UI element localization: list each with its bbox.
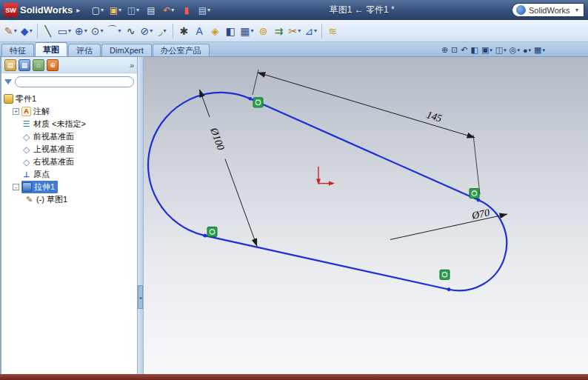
rapid-sketch-icon: ≋ [328, 25, 337, 37]
text-icon: A [196, 25, 203, 37]
sketch-icon: ✎ [24, 195, 34, 204]
text-button[interactable]: A [192, 22, 207, 40]
trim-entities-button[interactable]: ✂ [287, 22, 303, 40]
tree-item-right-plane[interactable]: ◇ 右视基准面 [4, 156, 137, 168]
convert-entities-icon: ⇉ [275, 25, 284, 37]
tree-item-origin[interactable]: ⊥ 原点 [4, 168, 137, 181]
ellipse-button[interactable]: ⊘ [139, 22, 155, 40]
relation-badge-top[interactable] [253, 98, 263, 107]
tab-label: 特征 [10, 45, 26, 56]
relation-badge-left[interactable] [207, 227, 217, 236]
tangent-arc-button[interactable]: ⌒ [106, 22, 123, 40]
expand-icon[interactable]: + [13, 108, 19, 115]
tree-root-part[interactable]: 零件1 [4, 93, 137, 105]
print-icon: ▤ [147, 5, 155, 16]
dim-line-d100-lower[interactable] [225, 159, 257, 247]
relation-badge-right[interactable] [470, 189, 479, 199]
tree-item-annotations[interactable]: + A 注解 [4, 105, 137, 118]
line-icon: ╲ [45, 25, 51, 37]
ext-line-145-right [473, 135, 480, 195]
dim-label-145[interactable]: 145 [425, 109, 443, 124]
rapid-sketch-button[interactable]: ≋ [325, 22, 340, 40]
dim-label-d100[interactable]: Ø100 [208, 125, 227, 151]
display-relations-button[interactable]: ⊿ [303, 22, 318, 40]
print-button[interactable]: ▤ [143, 3, 158, 18]
section-view-icon[interactable]: ◧ [471, 45, 478, 55]
sketch-point[interactable] [249, 97, 253, 101]
search-dropdown-icon[interactable]: ▾ [575, 7, 578, 13]
dim-label-d70[interactable]: Ø70 [470, 207, 491, 221]
view-settings-icon[interactable]: ▦ [534, 45, 545, 55]
offset-entities-button[interactable]: ⊚ [256, 22, 271, 40]
centerpoint-arc-button[interactable]: ⊙ [90, 22, 105, 40]
sketch-point[interactable] [203, 234, 207, 238]
sketch-point[interactable] [477, 199, 481, 202]
tab-office-products[interactable]: 办公室产品 [153, 44, 210, 56]
main-content: ▤ ▦ ⌂ ⊕ » 零件1 + A 注解 [0, 57, 588, 374]
previous-view-icon[interactable]: ↶ [461, 45, 467, 55]
new-document-button[interactable]: ▢ [90, 3, 105, 18]
save-button[interactable]: ◫ [125, 3, 141, 18]
sketch-fillet-button[interactable]: ◞ [155, 22, 170, 40]
linear-pattern-button[interactable]: ▦ [238, 22, 255, 40]
sketch-tool-button[interactable]: ✎ [3, 22, 19, 40]
plane-icon: ◇ [21, 157, 31, 167]
convert-entities-button[interactable]: ⇉ [272, 22, 287, 40]
tree-item-front-plane[interactable]: ◇ 前视基准面 [4, 130, 137, 143]
panel-expand-chevron-icon[interactable]: » [130, 61, 134, 70]
toolbar-separator [173, 24, 173, 39]
tab-dimxpert[interactable]: DimXpert [101, 44, 152, 56]
smart-dimension-button[interactable]: ◆ [19, 22, 34, 40]
line-button[interactable]: ╲ [41, 22, 56, 40]
app-logo-text: SolidWorks [20, 4, 73, 16]
sketch-canvas[interactable]: Ø100 145 Ø70 [144, 57, 588, 374]
open-button[interactable]: ▣ [107, 3, 123, 18]
tree-item-label: 上视基准面 [33, 144, 74, 155]
menu-expand-caret-icon[interactable]: ▸ [76, 6, 80, 14]
panel-splitter[interactable]: ◂ [138, 57, 144, 374]
filter-funnel-icon [4, 79, 12, 84]
search-box[interactable]: SolidWorks ▾ [512, 3, 584, 17]
options-button[interactable]: ▤ [196, 3, 212, 18]
mirror-entities-button[interactable]: ◧ [223, 22, 238, 40]
tab-evaluate[interactable]: 评估 [68, 44, 101, 56]
feature-manager-tab-icon[interactable]: ▤ [4, 59, 16, 71]
tree-item-sketch1[interactable]: ✎ (-) 草图1 [4, 193, 137, 206]
circle-button[interactable]: ⊕ [73, 22, 89, 40]
point-button[interactable]: ✱ [176, 22, 191, 40]
view-orientation-icon[interactable]: ▣ [481, 45, 492, 55]
undo-button[interactable]: ↶ [161, 3, 176, 18]
rebuild-icon: ▮ [184, 5, 190, 16]
hide-show-items-icon[interactable]: ◎ [510, 45, 520, 55]
tab-features[interactable]: 特征 [1, 44, 34, 56]
dim-line-d70[interactable] [390, 214, 507, 239]
panel-collapse-handle[interactable]: ◂ [138, 285, 143, 309]
zoom-fit-icon[interactable]: ⊕ [441, 45, 448, 55]
tab-label: DimXpert [110, 46, 144, 55]
property-manager-tab-icon[interactable]: ▦ [19, 59, 30, 71]
rectangle-button[interactable]: ▭ [56, 22, 73, 40]
tree-item-material[interactable]: ☰ 材质 <未指定> [4, 118, 137, 130]
display-style-icon[interactable]: ◫ [495, 45, 507, 55]
slot-profile-curve[interactable] [148, 93, 507, 290]
graphics-area[interactable]: Ø100 145 Ø70 [144, 57, 588, 374]
configuration-manager-tab-icon[interactable]: ⌂ [33, 59, 44, 71]
selected-tree-item[interactable]: 拉伸1 [21, 181, 58, 193]
tree-filter-input[interactable] [15, 76, 134, 87]
dim-line-145[interactable] [258, 73, 475, 138]
plane-button[interactable]: ◈ [207, 22, 222, 40]
collapse-icon[interactable]: - [13, 184, 19, 190]
tree-item-label: 拉伸1 [34, 181, 55, 193]
relation-badge-bottom[interactable] [440, 270, 450, 279]
appearance-icon[interactable]: ● [523, 46, 531, 55]
spline-button[interactable]: ∿ [124, 22, 138, 40]
tree-item-extrude1[interactable]: - 拉伸1 [4, 181, 137, 193]
rebuild-button[interactable]: ▮ [178, 3, 194, 18]
tree-item-top-plane[interactable]: ◇ 上视基准面 [4, 143, 137, 156]
sketch-point[interactable] [447, 287, 451, 291]
dimxpert-manager-tab-icon[interactable]: ⊕ [47, 59, 59, 71]
zoom-area-icon[interactable]: ⊡ [451, 45, 458, 55]
plane-icon: ◇ [21, 144, 31, 154]
tab-sketch[interactable]: 草图 [35, 42, 67, 56]
sketch-origin-icon[interactable] [316, 167, 335, 186]
